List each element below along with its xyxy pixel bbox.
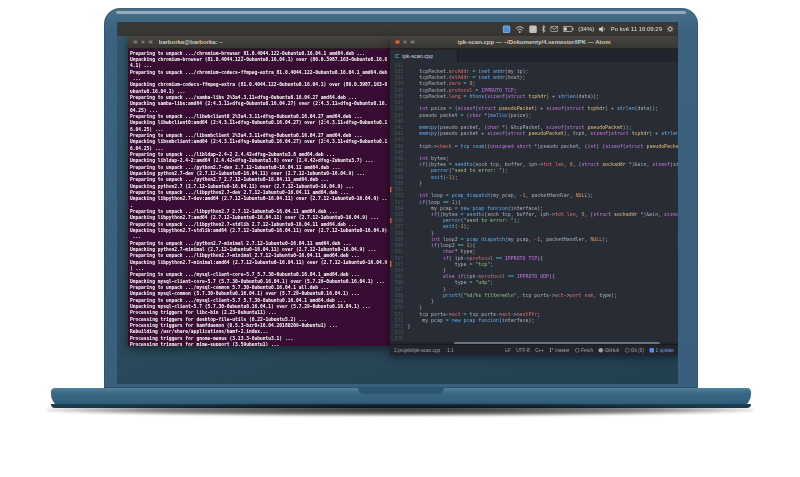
volume-icon[interactable] [599,26,607,33]
laptop-notch [358,388,444,394]
terminal-line: Unpacking libsmbclient:amd64 (2:4.3.11+d… [130,139,390,145]
terminal-window: barborka@barborka: ~ Preparing to unpack… [128,36,390,346]
status-file-path[interactable]: 2.projekt/ipk-scan.cpp [394,347,440,353]
mail-icon[interactable] [551,26,559,32]
status-language[interactable]: C++ [535,347,544,353]
tab-ipk-scan-cpp[interactable]: C ipk-scan.cpp [390,50,458,62]
branch-icon [550,348,554,353]
fetch-icon [575,348,580,353]
app-indicator-icon[interactable] [503,25,511,33]
line-number[interactable]: 575 [390,336,408,342]
status-git-changes[interactable]: Git (0) [625,347,644,353]
update-package-icon [650,348,655,353]
battery-percentage: (34%) [579,26,595,33]
status-encoding[interactable]: UTF-8 [516,347,529,353]
status-line-ending[interactable]: LF [505,347,511,353]
atom-status-bar: 2.projekt/ipk-scan.cpp 1:1 LF UTF-8 C++ … [390,344,678,355]
terminal-line: Unpacking libldap-2.4-2:amd64 (2.4.42+df… [130,158,390,164]
atom-window: ipk-scan.cpp — ~/Dokumenty/4.semester/IP… [390,36,678,354]
bluetooth-icon[interactable] [542,25,547,33]
terminal-line: Unpacking mysql-common (5.7.30-0ubuntu0.… [130,290,390,296]
code-line: 575 [390,336,678,342]
terminal-line: Preparing to unpack .../chromium-browser… [130,50,390,56]
atom-tab-bar: C ipk-scan.cpp [390,49,678,62]
git-icon [625,348,630,353]
terminal-line: Unpacking libpython2.7-minimal:amd64 (2.… [130,259,390,265]
laptop-shadow [47,404,753,416]
terminal-line: Unpacking libpython2.7-dev:amd64 (2.7.12… [130,196,390,202]
laptop-lid: (34%) Po kvě 11 16:09:29 [104,8,698,388]
status-cursor-position[interactable]: 1:1 [447,347,454,353]
laptop-mockup: (34%) Po kvě 11 16:09:29 [0,0,800,477]
terminal-line: Processing triggers for mime-support (3.… [130,341,390,346]
terminal-title: barborka@barborka: ~ [159,39,223,45]
terminal-titlebar[interactable]: barborka@barborka: ~ [128,36,390,49]
terminal-line: Preparing to unpack .../libpython2.7-min… [130,253,390,259]
status-git-branch[interactable]: master [550,347,570,353]
github-icon [599,348,604,353]
terminal-line: Unpacking libwbclient0:amd64 (2:4.3.11+d… [130,120,390,126]
lid-highlight [116,11,686,14]
status-fetch[interactable]: Fetch [575,347,593,353]
code-editor[interactable]: 531532 tcpPacket.srcAddr = inet_addr(my_… [390,62,678,342]
terminal-output[interactable]: Preparing to unpack .../chromium-browser… [128,49,390,346]
terminal-minimize-button[interactable] [141,40,146,45]
session-gear-icon[interactable] [667,26,674,33]
keyboard-layout-icon[interactable] [530,25,538,33]
status-github[interactable]: GitHub [599,347,620,353]
status-update[interactable]: 1 update [650,347,674,353]
desktop-screen[interactable]: (34%) Po kvě 11 16:09:29 [117,22,678,384]
terminal-line: Unpacking libpython2.7:amd64 (2.7.12-1ub… [130,215,390,221]
tab-label: ipk-scan.cpp [402,53,433,59]
clock[interactable]: Po kvě 11 16:09:29 [611,26,662,33]
code-text [408,336,679,342]
terminal-line: Unpacking samba-libs:amd64 (2:4.3.11+dfs… [130,101,390,107]
terminal-line: Preparing to unpack .../mysql-client-cor… [130,271,390,277]
cpp-file-icon: C [395,53,399,59]
terminal-line: Preparing to unpack .../chromium-codecs-… [130,69,390,75]
battery-icon[interactable] [563,26,574,32]
atom-title: ipk-scan.cpp — ~/Dokumenty/4.semester/IP… [390,39,678,45]
terminal-line: Unpacking chromium-browser (81.0.4044.12… [130,56,390,62]
terminal-maximize-button[interactable] [148,40,153,45]
top-panel: (34%) Po kvě 11 16:09:29 [117,22,678,36]
terminal-line: Unpacking libpython2.7-stdlib:amd64 (2.7… [130,227,390,233]
wifi-icon[interactable] [515,25,525,33]
atom-titlebar[interactable]: ipk-scan.cpp — ~/Dokumenty/4.semester/IP… [390,36,678,49]
terminal-close-button[interactable] [133,40,138,45]
